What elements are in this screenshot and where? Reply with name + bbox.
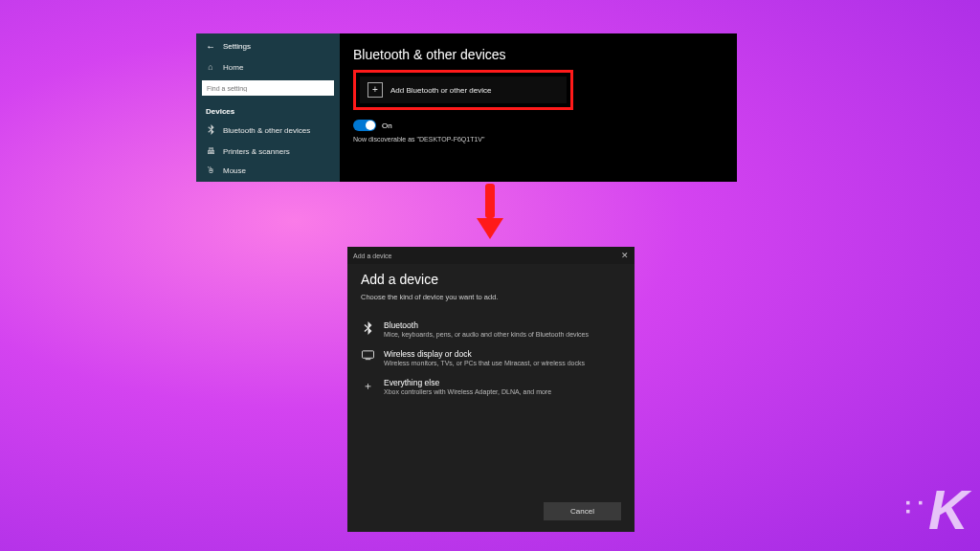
bluetooth-icon [206,124,215,137]
plus-icon: + [368,82,383,98]
toggle-state-label: On [382,121,392,130]
svg-rect-0 [362,351,373,358]
page-title: Bluetooth & other devices [353,47,724,62]
dialog-titlebar-text: Add a device [353,253,391,259]
settings-sidebar: ← Settings ⌂ Home Devices Bluetooth & ot… [196,33,340,182]
sidebar-item-mouse[interactable]: 🖱 Mouse [196,161,340,180]
cancel-button[interactable]: Cancel [544,502,621,520]
dialog-body: Add a device Choose the kind of device y… [347,264,635,493]
option-title: Bluetooth [384,320,589,330]
plus-icon: ＋ [361,379,374,393]
dialog-footer: Cancel [347,493,635,532]
home-icon: ⌂ [206,62,215,72]
option-text: Everything else Xbox controllers with Wi… [384,378,551,395]
dialog-titlebar: Add a device ✕ [347,247,635,264]
sidebar-section-devices: Devices [196,101,340,120]
dialog-heading: Add a device [361,272,621,287]
search-input[interactable] [207,85,329,92]
display-icon [361,350,374,363]
sidebar-item-printers[interactable]: 🖶 Printers & scanners [196,142,340,161]
bluetooth-toggle-row: On [353,120,724,131]
bluetooth-toggle[interactable] [353,120,376,131]
add-device-dialog: Add a device ✕ Add a device Choose the k… [347,247,635,532]
option-title: Everything else [384,378,551,387]
watermark-logo: ▪ ▪▪ K [905,477,967,541]
device-option-wireless-display[interactable]: Wireless display or dock Wireless monito… [361,343,621,372]
watermark-letter: K [928,477,967,541]
option-text: Bluetooth Mice, keyboards, pens, or audi… [384,320,589,338]
discoverable-text: Now discoverable as "DESKTOP-F6Q1T1V" [353,136,724,143]
back-icon[interactable]: ← [206,41,215,52]
sidebar-item-label: Bluetooth & other devices [223,126,310,135]
device-option-bluetooth[interactable]: Bluetooth Mice, keyboards, pens, or audi… [361,315,621,343]
search-box[interactable] [202,80,334,96]
sidebar-item-home[interactable]: ⌂ Home [196,57,340,77]
add-device-highlight: + Add Bluetooth or other device [353,70,573,110]
printer-icon: 🖶 [206,146,215,156]
sidebar-item-bluetooth[interactable]: Bluetooth & other devices [196,120,340,142]
bluetooth-icon [361,321,374,337]
watermark-dots-icon: ▪ ▪▪ [905,498,924,515]
option-text: Wireless display or dock Wireless monito… [384,349,585,366]
device-option-everything-else[interactable]: ＋ Everything else Xbox controllers with … [361,372,621,401]
sidebar-item-label: Home [223,63,243,72]
mouse-icon: 🖱 [206,165,215,175]
option-desc: Wireless monitors, TVs, or PCs that use … [384,360,585,366]
svg-rect-1 [365,359,370,360]
flow-arrow-icon [469,184,511,243]
sidebar-item-label: Printers & scanners [223,147,290,156]
option-desc: Xbox controllers with Wireless Adapter, … [384,388,551,395]
sidebar-header: ← Settings [196,37,340,57]
settings-title: Settings [223,42,251,51]
settings-window: ← Settings ⌂ Home Devices Bluetooth & ot… [196,33,737,182]
close-icon[interactable]: ✕ [621,251,629,260]
option-desc: Mice, keyboards, pens, or audio and othe… [384,331,589,338]
dialog-subtitle: Choose the kind of device you want to ad… [361,293,621,301]
add-device-button[interactable]: + Add Bluetooth or other device [360,77,567,103]
add-device-label: Add Bluetooth or other device [390,86,491,95]
settings-content: Bluetooth & other devices + Add Bluetoot… [340,33,737,182]
sidebar-item-label: Mouse [223,166,246,175]
option-title: Wireless display or dock [384,349,585,359]
